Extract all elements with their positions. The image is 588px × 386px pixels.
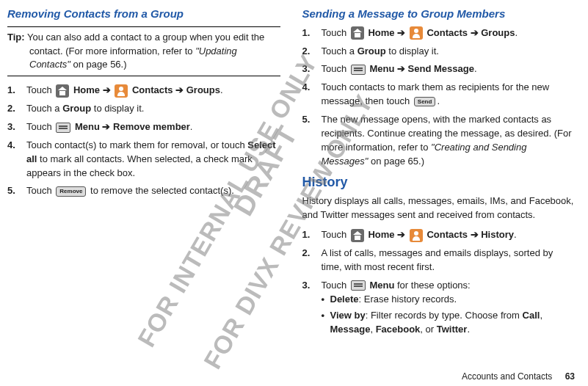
home-icon xyxy=(351,229,364,242)
tip-text-2b: on page 56.) xyxy=(70,59,127,70)
contacts-icon xyxy=(410,229,423,242)
t: . xyxy=(467,324,470,335)
text: to remove the selected contact(s). xyxy=(87,185,233,196)
text: Touch a xyxy=(322,45,357,57)
step-number: 2. xyxy=(302,45,322,59)
step-1: 1. Touch Home ➔ Contacts ➔ Groups. xyxy=(302,26,576,40)
step-number: 4. xyxy=(302,81,322,109)
send-button-icon: Send xyxy=(414,97,436,107)
tip-block: Tip: You can also add a contact to a gro… xyxy=(7,26,280,77)
menu-icon xyxy=(351,280,366,291)
footer-page-number: 63 xyxy=(565,371,575,382)
text-end: . xyxy=(514,229,517,240)
text-home: Home ➔ xyxy=(366,229,408,240)
step-body: Touch Home ➔ Contacts ➔ Groups. xyxy=(322,26,576,40)
text-bold: Menu xyxy=(367,280,395,291)
step-3: 3. Touch Menu for these options: • Delet… xyxy=(302,279,576,340)
t: , xyxy=(370,324,375,335)
steps-send: 1. Touch Home ➔ Contacts ➔ Groups. 2. To… xyxy=(302,26,576,169)
step-body: Touch Menu ➔ Send Message. xyxy=(322,62,576,76)
history-paragraph: History displays all calls, messages, em… xyxy=(302,194,576,222)
text: to mark all contacts. When selected, a c… xyxy=(26,153,253,178)
text-contacts: Contacts ➔ Groups xyxy=(129,84,220,95)
contacts-icon xyxy=(115,84,128,98)
left-column: Removing Contacts from a Group Tip: You … xyxy=(7,6,280,380)
step-body: Touch Home ➔ Contacts ➔ Groups. xyxy=(26,84,280,98)
right-column: Sending a Message to Group Members 1. To… xyxy=(302,6,576,380)
text-end: . xyxy=(515,27,518,38)
option-name: Delete xyxy=(330,294,359,305)
step-body: Touch Home ➔ Contacts ➔ History. xyxy=(322,228,576,242)
text: . xyxy=(474,63,477,74)
menu-icon xyxy=(351,65,366,75)
text: Touch xyxy=(26,185,54,196)
home-icon xyxy=(56,84,69,98)
step-number: 1. xyxy=(7,84,26,98)
option-body: Delete: Erase history records. xyxy=(330,293,457,307)
text: on page 65.) xyxy=(368,156,424,167)
step-body: Touch a Group to display it. xyxy=(322,45,576,59)
remove-button-icon: Remove xyxy=(56,186,86,197)
tip-text-2a: contact. (For more information, refer to xyxy=(29,45,195,57)
steps-history: 1. Touch Home ➔ Contacts ➔ History. 2. A… xyxy=(302,228,576,340)
step-5: 5. Touch Remove to remove the selected c… xyxy=(7,184,280,198)
text: to display it. xyxy=(91,103,144,114)
history-heading: History xyxy=(302,172,576,192)
text-home: Home ➔ xyxy=(70,84,113,95)
bullet: • xyxy=(322,293,330,307)
step-3: 3. Touch Menu ➔ Send Message. xyxy=(302,62,576,76)
option-desc: : Erase history records. xyxy=(359,294,457,305)
step-body: Touch contacts to mark them as recipient… xyxy=(322,81,576,109)
text-bold: Menu ➔ Remove member xyxy=(72,121,190,132)
step-body: Touch Menu ➔ Remove member. xyxy=(26,120,280,134)
t: Facebook xyxy=(376,324,421,335)
text: Touch a xyxy=(26,103,62,114)
t: Message xyxy=(330,324,371,335)
text: Touch xyxy=(322,27,349,38)
text-end: . xyxy=(220,84,223,95)
step-2: 2. Touch a Group to display it. xyxy=(302,45,576,59)
footer-section: Accounts and Contacts xyxy=(462,371,552,382)
option-viewby: • View by: Filter records by type. Choos… xyxy=(322,309,576,337)
steps-remove: 1. Touch Home ➔ Contacts ➔ Groups. 2. To… xyxy=(7,84,280,198)
step-2: 2. A list of calls, messages and emails … xyxy=(302,247,576,274)
option-body: View by: Filter records by type. Choose … xyxy=(330,309,576,337)
menu-options: • Delete: Erase history records. • View … xyxy=(322,293,576,338)
text: Touch contact(s) to mark them for remova… xyxy=(26,139,247,150)
text-bold: Group xyxy=(62,103,91,114)
step-number: 5. xyxy=(302,113,322,168)
t: Call xyxy=(523,310,540,321)
step-number: 2. xyxy=(302,247,322,274)
text-contacts: Contacts ➔ Groups xyxy=(424,27,515,38)
step-2: 2. Touch a Group to display it. xyxy=(7,102,280,116)
tip-text: You can also add a contact to a group wh… xyxy=(27,32,264,43)
text: Touch xyxy=(322,229,349,240)
option-delete: • Delete: Erase history records. xyxy=(322,293,576,307)
text: . xyxy=(437,95,440,106)
step-number: 3. xyxy=(7,120,26,134)
t: , or xyxy=(420,324,436,335)
menu-icon xyxy=(56,123,70,133)
step-number: 4. xyxy=(7,139,26,181)
option-name: View by xyxy=(330,310,366,321)
page-content: Removing Contacts from a Group Tip: You … xyxy=(0,0,588,386)
step-number: 3. xyxy=(302,279,322,340)
t: , xyxy=(540,310,542,321)
text: Touch xyxy=(26,84,54,95)
bullet: • xyxy=(322,309,330,337)
step-4: 4. Touch contact(s) to mark them for rem… xyxy=(7,139,280,181)
step-number: 5. xyxy=(7,184,26,198)
step-body: Touch a Group to display it. xyxy=(26,102,280,116)
section-title-remove: Removing Contacts from a Group xyxy=(7,6,280,22)
step-number: 1. xyxy=(302,228,322,242)
text: . xyxy=(190,121,193,132)
tip-text-line2: contact. (For more information, refer to… xyxy=(7,45,280,73)
step-body: Touch Remove to remove the selected cont… xyxy=(26,184,280,198)
step-5: 5. The new message opens, with the marke… xyxy=(302,113,576,168)
section-title-send: Sending a Message to Group Members xyxy=(302,6,576,22)
step-number: 3. xyxy=(302,62,322,76)
step-number: 1. xyxy=(302,26,322,40)
step-1: 1. Touch Home ➔ Contacts ➔ Groups. xyxy=(7,84,280,98)
step-4: 4. Touch contacts to mark them as recipi… xyxy=(302,81,576,109)
text-home: Home ➔ xyxy=(366,27,408,38)
